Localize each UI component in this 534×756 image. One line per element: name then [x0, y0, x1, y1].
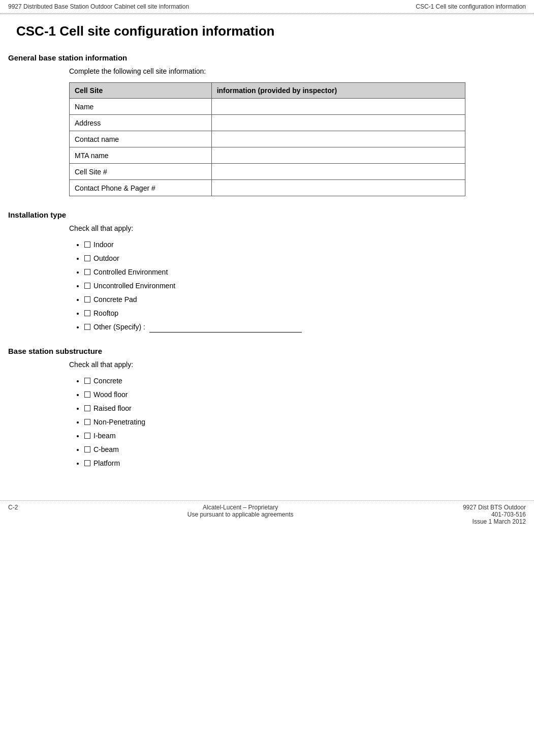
substructure-list: ConcreteWood floorRaised floorNon-Penetr…	[69, 376, 526, 469]
footer-bar: C-2 Alcatel-Lucent – Proprietary Use pur…	[0, 501, 534, 528]
checkbox-icon[interactable]	[84, 324, 90, 330]
checkbox-icon[interactable]	[84, 460, 90, 466]
table-cell-label: Contact name	[70, 131, 212, 147]
table-cell-value	[211, 180, 465, 196]
section-substructure: Base station substructure Check all that…	[8, 347, 526, 469]
table-col1-header: Cell Site	[70, 83, 212, 99]
list-item: I-beam	[84, 431, 526, 441]
checkbox-icon[interactable]	[84, 283, 90, 289]
footer-right-line1: 9927 Dist BTS Outdoor	[463, 504, 526, 511]
list-item: C-beam	[84, 444, 526, 455]
list-item: Platform	[84, 458, 526, 469]
footer-center-line1: Alcatel-Lucent – Proprietary	[203, 504, 278, 511]
table-cell-value	[211, 147, 465, 164]
table-cell-value	[211, 131, 465, 147]
list-item: Wood floor	[84, 389, 526, 400]
checkbox-icon[interactable]	[84, 433, 90, 439]
footer-right-line2: 401-703-516	[491, 511, 526, 518]
list-item: Indoor	[84, 239, 526, 250]
table-cell-label: Address	[70, 115, 212, 131]
list-item: Outdoor	[84, 253, 526, 264]
checkbox-icon[interactable]	[84, 405, 90, 411]
list-item: Controlled Environment	[84, 267, 526, 278]
installation-list: IndoorOutdoorControlled EnvironmentUncon…	[69, 239, 526, 332]
footer-page-number: C-2	[8, 504, 18, 525]
checkbox-icon[interactable]	[84, 419, 90, 425]
section-installation-heading: Installation type	[8, 210, 526, 219]
table-row: Cell Site #	[70, 164, 465, 180]
table-cell-label: Name	[70, 99, 212, 115]
table-col2-header: information (provided by inspector)	[211, 83, 465, 99]
table-cell-label: Cell Site #	[70, 164, 212, 180]
table-cell-value	[211, 99, 465, 115]
installation-intro: Check all that apply:	[69, 224, 526, 232]
list-item: Other (Specify) :	[84, 322, 526, 332]
substructure-intro: Check all that apply:	[69, 360, 526, 369]
checkbox-icon[interactable]	[84, 310, 90, 316]
section-installation: Installation type Check all that apply: …	[8, 210, 526, 332]
header-left: 9927 Distributed Base Station Outdoor Ca…	[8, 3, 189, 10]
footer-center: Alcatel-Lucent – Proprietary Use pursuan…	[18, 504, 463, 525]
table-cell-value	[211, 115, 465, 131]
cell-site-table: Cell Site information (provided by inspe…	[69, 82, 465, 196]
list-item: Uncontrolled Environment	[84, 281, 526, 291]
table-row: Contact Phone & Pager #	[70, 180, 465, 196]
table-cell-label: Contact Phone & Pager #	[70, 180, 212, 196]
section-substructure-heading: Base station substructure	[8, 347, 526, 355]
checkbox-icon[interactable]	[84, 269, 90, 275]
header-right: CSC-1 Cell site configuration informatio…	[416, 3, 526, 10]
table-row: Address	[70, 115, 465, 131]
checkbox-icon[interactable]	[84, 255, 90, 261]
checkbox-icon[interactable]	[84, 241, 90, 248]
footer-right-line3: Issue 1 March 2012	[473, 518, 526, 525]
table-cell-label: MTA name	[70, 147, 212, 164]
checkbox-icon[interactable]	[84, 378, 90, 384]
table-row: Contact name	[70, 131, 465, 147]
table-row: MTA name	[70, 147, 465, 164]
checkbox-icon[interactable]	[84, 391, 90, 398]
table-cell-value	[211, 164, 465, 180]
list-item: Concrete Pad	[84, 294, 526, 305]
table-row: Name	[70, 99, 465, 115]
footer-center-line2: Use pursuant to applicable agreements	[187, 511, 294, 518]
other-specify-blank	[149, 332, 302, 332]
header-bar: 9927 Distributed Base Station Outdoor Ca…	[0, 0, 534, 14]
general-intro: Complete the following cell site informa…	[69, 67, 526, 75]
checkbox-icon[interactable]	[84, 446, 90, 452]
footer-right: 9927 Dist BTS Outdoor 401-703-516 Issue …	[463, 504, 526, 525]
list-item: Non-Penetrating	[84, 417, 526, 428]
section-general: General base station information Complet…	[8, 53, 526, 196]
list-item: Rooftop	[84, 308, 526, 319]
page-title: CSC-1 Cell site configuration informatio…	[8, 14, 526, 44]
section-general-heading: General base station information	[8, 53, 526, 62]
list-item: Raised floor	[84, 403, 526, 414]
list-item: Concrete	[84, 376, 526, 386]
checkbox-icon[interactable]	[84, 296, 90, 303]
